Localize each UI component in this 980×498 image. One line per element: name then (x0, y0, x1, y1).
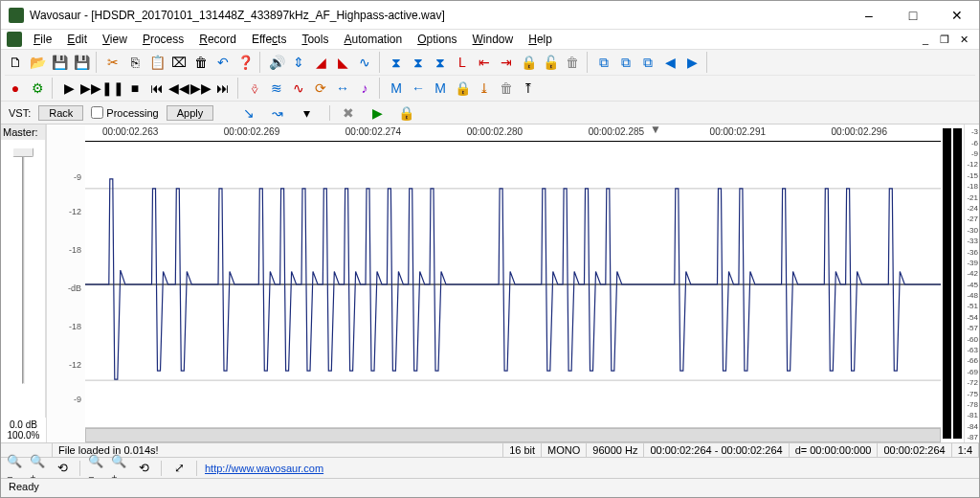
slider-thumb-icon[interactable] (12, 147, 33, 157)
fade-out-icon[interactable]: ◣ (332, 52, 353, 73)
rewind-icon[interactable]: ⏮ (146, 78, 167, 99)
zoom-sel-in-icon[interactable]: 🔍₊ (111, 460, 130, 477)
clear-markers-icon[interactable]: 🗑 (496, 78, 517, 99)
maximize-button[interactable]: □ (891, 1, 935, 30)
master-db: 0.0 dB (3, 419, 44, 430)
skip-fwd-icon[interactable]: ▶ (681, 52, 702, 73)
reverse-icon[interactable]: ↔ (332, 78, 353, 99)
dc-offset-icon[interactable]: ∿ (288, 78, 309, 99)
play-icon[interactable]: ▶ (58, 78, 79, 99)
insert-silence-icon[interactable]: ⎀ (244, 78, 265, 99)
crop-icon[interactable]: ⌧ (168, 52, 189, 73)
zoom-sel-out-icon[interactable]: 🔍₋ (88, 460, 107, 477)
play-loop-icon[interactable]: ▶▶ (80, 78, 101, 99)
loop-unlock-icon[interactable]: 🔓 (540, 52, 561, 73)
vst-apply-button[interactable]: Apply (167, 105, 214, 121)
wave-tool-2-icon[interactable]: ⧗ (408, 52, 429, 73)
prev-icon[interactable]: ◀◀ (168, 78, 189, 99)
save-icon[interactable]: 💾 (49, 52, 70, 73)
scrollbar-thumb[interactable] (85, 428, 941, 442)
export-regions-icon[interactable]: ⤒ (518, 78, 539, 99)
playhead-caret-icon[interactable]: ▼ (650, 123, 661, 136)
vst-remove-icon[interactable]: ✖ (338, 102, 359, 124)
save-all-icon[interactable]: 💾 (71, 52, 92, 73)
wave-tool-1-icon[interactable]: ⧗ (386, 52, 407, 73)
delete-icon[interactable]: 🗑 (190, 52, 212, 73)
menu-options[interactable]: Options (410, 31, 464, 48)
vst-rack-button[interactable]: Rack (38, 105, 83, 121)
properties-icon[interactable]: ❓ (234, 52, 256, 73)
marker-m-icon[interactable]: M (386, 78, 407, 99)
vst-play-icon[interactable]: ▶ (367, 102, 388, 124)
export-markers-icon[interactable]: ⤓ (474, 78, 495, 99)
menu-window[interactable]: Window (465, 31, 522, 48)
volume-icon[interactable]: 🔊 (266, 52, 287, 73)
master-volume-slider[interactable] (1, 140, 46, 418)
wave-tool-3-icon[interactable]: ⧗ (430, 52, 451, 73)
menu-process[interactable]: Process (135, 31, 191, 48)
trash-icon[interactable]: 🗑 (562, 52, 583, 73)
vst-lock-icon[interactable]: 🔒 (395, 102, 416, 124)
menu-view[interactable]: View (95, 31, 135, 48)
vst-processing-checkbox[interactable]: Processing (91, 106, 158, 119)
region-tool-2-icon[interactable]: ⧉ (615, 52, 636, 73)
region-tool-1-icon[interactable]: ⧉ (593, 52, 614, 73)
horizontal-scrollbar[interactable] (85, 427, 941, 442)
record-settings-icon[interactable]: ⚙ (27, 78, 48, 99)
pause-icon[interactable]: ❚❚ (102, 78, 123, 99)
time-ruler[interactable]: ▼ 00:00:02.26300:00:02.26900:00:02.27400… (85, 124, 941, 142)
skip-back-icon[interactable]: ◀ (659, 52, 680, 73)
zoom-fit-icon[interactable]: ⤢ (169, 460, 189, 477)
vst-route-icon[interactable]: ↘ (238, 102, 259, 124)
new-file-icon[interactable]: 🗋 (5, 52, 26, 73)
zoom-sel-reset-icon[interactable]: ⟲ (134, 460, 153, 477)
marker-l-icon[interactable]: L (452, 52, 473, 73)
fade-in-icon[interactable]: ◢ (310, 52, 331, 73)
invert-icon[interactable]: ∿ (354, 52, 375, 73)
mdi-restore-icon[interactable]: ❐ (937, 32, 952, 47)
end-icon[interactable]: ⏭ (212, 78, 234, 99)
region-tool-3-icon[interactable]: ⧉ (637, 52, 658, 73)
menu-edit[interactable]: Edit (59, 31, 95, 48)
record-icon[interactable]: ● (5, 78, 26, 99)
master-pct: 100.0% (3, 430, 44, 441)
menu-help[interactable]: Help (521, 31, 560, 48)
menu-automation[interactable]: Automation (336, 31, 410, 48)
waveform-canvas[interactable] (85, 142, 941, 427)
minimize-button[interactable]: – (847, 1, 891, 30)
lock-marker-icon[interactable]: 🔒 (452, 78, 473, 99)
resample-icon[interactable]: ⟳ (310, 78, 331, 99)
vst-arrow-icon[interactable]: ▾ (296, 102, 317, 124)
title-bar: Wavosaur - [HDSDR_20170101_131448Z_43389… (1, 1, 979, 30)
stop-icon[interactable]: ■ (124, 78, 145, 99)
copy-icon[interactable]: ⎘ (124, 52, 145, 73)
marker-prev-icon[interactable]: ⇤ (474, 52, 495, 73)
open-file-icon[interactable]: 📂 (27, 52, 48, 73)
marker-next-icon[interactable]: ⇥ (496, 52, 517, 73)
next-icon[interactable]: ▶▶ (190, 78, 212, 99)
loop-lock-icon[interactable]: 🔒 (518, 52, 539, 73)
zoom-reset-icon[interactable]: ⟲ (53, 460, 72, 477)
zoom-out-icon[interactable]: 🔍₋ (7, 460, 26, 477)
marker-r-icon[interactable]: M (430, 78, 451, 99)
normalize-icon[interactable]: ⇕ (288, 52, 309, 73)
mdi-close-icon[interactable]: ✕ (956, 32, 971, 47)
trim-icon[interactable]: ≋ (266, 78, 287, 99)
menu-tools[interactable]: Tools (294, 31, 336, 48)
cut-icon[interactable]: ✂ (102, 52, 123, 73)
meter-tick: -48 (967, 291, 978, 300)
menu-effects[interactable]: Effects (244, 31, 294, 48)
paste-icon[interactable]: 📋 (146, 52, 167, 73)
menu-file[interactable]: File (26, 31, 59, 48)
vst-chain-icon[interactable]: ↝ (267, 102, 288, 124)
pitch-icon[interactable]: ♪ (354, 78, 375, 99)
close-button[interactable]: ✕ (935, 1, 979, 30)
mdi-minimize-icon[interactable]: _ (918, 32, 933, 47)
homepage-link[interactable]: http://www.wavosaur.com (205, 463, 323, 474)
meter-tick: -24 (967, 204, 978, 213)
undo-icon[interactable]: ↶ (212, 52, 234, 73)
marker-goto-prev-icon[interactable]: ← (408, 78, 429, 99)
zoom-in-icon[interactable]: 🔍₊ (30, 460, 49, 477)
menu-record[interactable]: Record (191, 31, 244, 48)
meter-tick: -54 (967, 313, 978, 322)
